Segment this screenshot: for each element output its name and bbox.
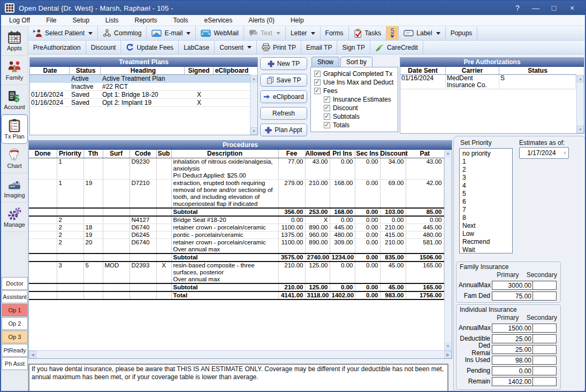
checkbox-icon[interactable] (324, 113, 330, 120)
table-row[interactable]: 01/16/2024SavedOpt 1: Bridge 18-20X (30, 91, 250, 99)
priority-option-8[interactable]: 8 (462, 214, 512, 222)
select-patient-button[interactable]: Select Patient (28, 26, 98, 40)
plan-appt-button[interactable]: Plan Appt (260, 124, 307, 136)
forms-button[interactable]: Forms (321, 26, 349, 40)
help-icon[interactable]: ? (510, 4, 525, 12)
primary-value-field[interactable]: 1402.00 (492, 377, 533, 386)
tab-show[interactable]: Show (311, 57, 339, 67)
save-tp-button[interactable]: Save TP (260, 74, 307, 87)
tab-sort-by[interactable]: Sort by (340, 57, 372, 67)
letter-button[interactable]: Letter (286, 26, 321, 40)
priority-option-no-priority[interactable]: no priority (462, 150, 512, 158)
treatment-plans-scrollbar[interactable]: ▲ ▼ (250, 75, 257, 135)
scroll-up-icon[interactable]: ▲ (445, 150, 451, 157)
table-row[interactable]: 01/16/2024SavedOpt 2: Implant 19X (30, 99, 250, 107)
room-button-op-1[interactable]: Op 1 (2, 304, 28, 317)
tasks-button[interactable]: Tasks (349, 26, 387, 40)
room-button-ptready[interactable]: PtReady (2, 344, 28, 357)
procedure-row[interactable]: 35MODD2393Xresin-based composite - three… (29, 262, 444, 283)
priority-option-1[interactable]: 1 (462, 158, 512, 166)
checkbox-discount[interactable]: Discount (314, 104, 394, 112)
procedure-row[interactable]: 2N4127Bridge Seat #18-200.00X0.000.000.0… (29, 216, 444, 224)
priority-option-7[interactable]: 7 (462, 206, 512, 214)
room-button-op-2[interactable]: Op 2 (2, 317, 28, 330)
sidebar-item-imaging[interactable]: Imaging (1, 173, 28, 203)
menu-item-eservices[interactable]: eServices (196, 16, 241, 25)
eclipboard-button[interactable]: eClipboard (260, 90, 307, 103)
email-tp-button[interactable]: Email TP (301, 41, 337, 54)
checkbox-use-ins-max-and-deduct[interactable]: Use Ins Max and Deduct (314, 78, 394, 87)
priority-option-low[interactable]: Low (462, 230, 512, 238)
primary-value-field[interactable]: 1500.00 (492, 324, 533, 333)
checkbox-insurance-estimates[interactable]: Insurance Estimates (314, 95, 394, 104)
procedures-vscrollbar[interactable]: ▲ ▼ (444, 150, 452, 350)
room-button-doctor[interactable]: Doctor (2, 277, 28, 290)
primary-value-field[interactable]: 3000.00 (492, 281, 533, 290)
checkbox-totals[interactable]: Totals (314, 121, 394, 129)
maximize-icon[interactable]: □ (546, 4, 561, 12)
scroll-down-icon[interactable]: ▼ (577, 126, 584, 133)
print-tp-button[interactable]: Print TP (257, 41, 301, 54)
menu-item-reports[interactable]: Reports (127, 16, 165, 25)
new-tp-button[interactable]: New TP (260, 57, 307, 70)
menu-item-file[interactable]: File (38, 16, 64, 25)
menu-item-alerts-0-[interactable]: Alerts (0) (240, 16, 283, 25)
priority-option-6[interactable]: 6 (462, 198, 512, 206)
subtotal-row[interactable]: Subtotal3575.002740.001234.000.00835.001… (29, 253, 444, 262)
email-button[interactable]: E-mail (147, 26, 196, 40)
priority-option-next[interactable]: Next (462, 222, 512, 230)
table-row[interactable]: 01/16/2024MedDentInsurance Co.S (400, 75, 576, 89)
primary-value-field[interactable]: 25.00 (492, 345, 533, 354)
scroll-down-icon[interactable]: ▼ (445, 343, 451, 350)
consent-button[interactable]: Consent (215, 41, 257, 54)
refresh-tp-button[interactable]: Refresh (260, 107, 307, 120)
primary-value-field[interactable]: 75.00 (492, 291, 533, 301)
checkbox-icon[interactable] (324, 105, 330, 111)
sign-tp-button[interactable]: Sign TP (337, 41, 370, 54)
checkbox-icon[interactable] (324, 96, 330, 103)
sidebar-item-appts[interactable]: Appts (1, 26, 28, 56)
scroll-up-icon[interactable]: ▲ (250, 75, 257, 82)
subtotal-row[interactable]: Subtotal356.00253.00168.000.00103.0085.0… (29, 208, 444, 216)
procedures-hscrollbar[interactable]: ◀ ▶ (29, 350, 452, 358)
procedure-row[interactable]: 220D6740retainer crown - porcelain/ceram… (29, 239, 444, 253)
webmail-button[interactable]: WebMail (196, 26, 243, 40)
room-button-assistant[interactable]: Assistant (2, 290, 28, 303)
checkbox-icon[interactable] (314, 71, 321, 77)
label-button[interactable]: Label (399, 26, 445, 40)
checkbox-icon[interactable] (314, 79, 321, 86)
sidebar-item-tx-plan[interactable]: 123 Tx Plan (1, 114, 28, 144)
menu-item-tools[interactable]: Tools (165, 16, 196, 25)
menu-item-setup[interactable]: Setup (64, 16, 97, 25)
subtotal-row[interactable]: Subtotal210.00125.000.000.0045.00165.00 (29, 283, 444, 291)
primary-value-field[interactable]: 98.00 (492, 356, 533, 365)
popups-button[interactable]: Popups (446, 26, 478, 40)
checkbox-subtotals[interactable]: Subtotals (314, 112, 394, 121)
priority-option-4[interactable]: 4 (462, 182, 512, 190)
menu-item-log-off[interactable]: Log Off (1, 16, 38, 25)
scroll-right-icon[interactable]: ▶ (444, 351, 452, 358)
secondary-value-field[interactable] (533, 366, 557, 375)
discount-button[interactable]: Discount (86, 41, 121, 54)
set-priority-listbox[interactable]: no priority12345678NextLowRecmendWait (459, 148, 513, 253)
tasks-count-badge[interactable]: 5 (386, 26, 399, 40)
checkbox-graphical-completed-tx[interactable]: Graphical Completed Tx (314, 70, 394, 78)
priority-option-2[interactable]: 2 (462, 166, 512, 174)
procedure-row[interactable]: 219D6245pontic - porcelain/ceramic1375.0… (29, 231, 444, 239)
secondary-value-field[interactable] (533, 334, 557, 343)
checkbox-icon[interactable] (324, 122, 330, 128)
total-row[interactable]: Total4141.003118.001402.000.00983.001756… (29, 291, 444, 299)
procedure-row[interactable]: 1D9230inhalation of nitrous oxide/analge… (29, 158, 444, 179)
priority-option-5[interactable]: 5 (462, 190, 512, 198)
scroll-left-icon[interactable]: ◀ (29, 351, 36, 358)
sidebar-item-chart[interactable]: Chart (1, 144, 28, 173)
minimize-icon[interactable]: — (528, 4, 543, 12)
secondary-value-field[interactable] (533, 291, 557, 301)
scroll-down-icon[interactable]: ▼ (250, 127, 257, 135)
priority-option-3[interactable]: 3 (462, 174, 512, 182)
procedure-row[interactable]: 218D6740retainer crown - porcelain/ceram… (29, 224, 444, 231)
table-row[interactable]: ActiveActive Treatment Plan (30, 75, 250, 83)
procedure-row[interactable]: 119D7210extraction, erupted tooth requir… (29, 179, 444, 208)
labcase-button[interactable]: LabCase (179, 41, 215, 54)
sidebar-item-account[interactable]: $ Account (1, 85, 28, 114)
